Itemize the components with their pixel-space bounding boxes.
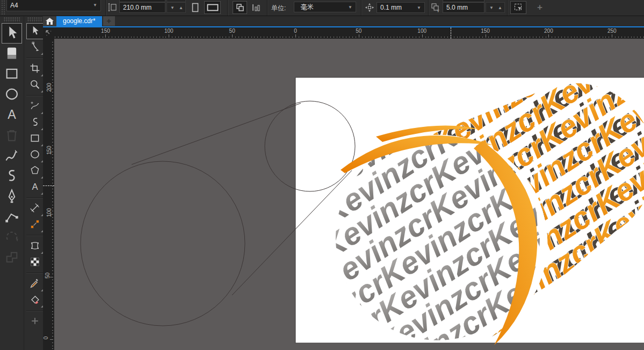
- polyline-tool-icon: [4, 209, 19, 226]
- page-height-spinner[interactable]: ▼▲: [167, 2, 186, 13]
- tool-combine-shapes-tool[interactable]: [2, 248, 22, 268]
- property-bar: A4 ▼ 297.0 mm ▼▲ 210.0 mm ▼▲: [0, 0, 644, 16]
- current-page-button[interactable]: [249, 1, 263, 14]
- tool-smart-drawing-tool[interactable]: [26, 115, 44, 131]
- new-document-tab-button[interactable]: +: [103, 16, 115, 26]
- nudge-field[interactable]: 0.1 mm ▼: [377, 2, 425, 13]
- toolbox-separator: [26, 197, 43, 198]
- horizontal-ruler[interactable]: 15010050050100150200250: [54, 27, 644, 39]
- toolbox-main: A: [24, 16, 46, 350]
- tool-dimension-tool[interactable]: [26, 201, 44, 217]
- tool-connector-tool[interactable]: [26, 217, 44, 233]
- flyout-indicator: [41, 144, 43, 146]
- tool-text-tool[interactable]: A: [26, 179, 44, 195]
- h-ruler-label: 150: [481, 28, 490, 34]
- tool-trash-tool[interactable]: [2, 125, 22, 146]
- units-combo[interactable]: 毫米 ▼: [294, 2, 356, 12]
- flyout-indicator: [41, 214, 43, 216]
- customize-toolbar-plus-button[interactable]: +: [533, 1, 547, 14]
- pen-tool-icon: [4, 189, 19, 205]
- duplicate-y-value: 5.0 mm: [446, 4, 468, 11]
- ellipse-tool-icon: [30, 149, 40, 161]
- coreldraw-window: A4 ▼ 297.0 mm ▼▲ 210.0 mm ▼▲: [0, 0, 644, 350]
- treat-as-filled-button[interactable]: [510, 1, 526, 14]
- tool-pen-tool[interactable]: [2, 187, 22, 207]
- flyout-indicator: [41, 289, 43, 291]
- toolbar-grip[interactable]: [1, 0, 5, 16]
- pick-tool-icon: [4, 25, 19, 42]
- rectangle-tool-icon: [30, 133, 40, 145]
- tool-rectangle-tool[interactable]: [26, 131, 44, 147]
- all-pages-button[interactable]: [233, 1, 247, 14]
- flyout-indicator: [41, 252, 43, 254]
- v-ruler-label: 200: [46, 83, 52, 92]
- page-height-field[interactable]: 210.0 mm: [119, 2, 165, 13]
- tool-smart-fill-tool[interactable]: [26, 292, 44, 308]
- text-tool-icon: A: [30, 181, 40, 194]
- tool-eraser-tool[interactable]: [2, 44, 22, 64]
- large-circle-outline: [81, 161, 245, 326]
- h-ruler-label: 250: [607, 28, 617, 34]
- tool-ellipse-tool[interactable]: [2, 84, 22, 105]
- toolbox-separator: [26, 95, 43, 96]
- document-tab-bar: google.cdr* +: [43, 16, 644, 26]
- page-size-combo[interactable]: A4 ▼: [6, 0, 101, 11]
- tool-envelope-tool[interactable]: [26, 238, 44, 254]
- duplicate-y-field[interactable]: 5.0 mm: [443, 2, 484, 13]
- flyout-indicator: [41, 230, 43, 232]
- tool-text-tool[interactable]: A: [2, 105, 22, 125]
- page-height-value: 210.0 mm: [123, 4, 151, 11]
- h-ruler-label: 50: [356, 28, 361, 34]
- tool-freehand-tool[interactable]: [26, 98, 44, 115]
- artistic-media-tool-icon: [4, 148, 19, 165]
- v-ruler-label: 150: [46, 146, 52, 155]
- nudge-icon: [365, 3, 374, 12]
- svg-text:A: A: [8, 108, 16, 122]
- tool-arc-edit-tool[interactable]: [2, 227, 22, 248]
- duplicate-y-spinner[interactable]: ▼▲: [486, 2, 505, 13]
- trash-tool-icon: [4, 127, 19, 144]
- h-ruler-label: 100: [164, 28, 173, 34]
- ruler-origin-corner[interactable]: [43, 27, 54, 39]
- plus-icon: +: [106, 16, 111, 25]
- toolbox-separator: [26, 273, 43, 274]
- duplicate-x-value: 5.0 mm: [446, 0, 468, 1]
- flyout-indicator: [41, 305, 43, 308]
- arc-edit-tool-icon: [4, 230, 19, 246]
- tool-pick-tool[interactable]: [26, 23, 44, 39]
- drawing-canvas[interactable]: KevinzcrKevinzcrKevinzcrKevinzcrKevinzcr…: [54, 39, 644, 350]
- document-tab[interactable]: google.cdr*: [56, 16, 102, 26]
- flyout-indicator: [41, 176, 43, 178]
- tool-zoom-tool[interactable]: [26, 77, 44, 93]
- chevron-down-icon: ▼: [93, 3, 97, 8]
- tool-add-tool-plus[interactable]: [26, 313, 44, 330]
- vertical-ruler[interactable]: 200150100500: [43, 39, 54, 350]
- v-ruler-label: 50: [45, 272, 50, 278]
- home-tab-button[interactable]: [43, 16, 56, 26]
- flyout-indicator: [41, 160, 43, 162]
- portrait-button[interactable]: [189, 1, 201, 14]
- tool-rectangle-tool[interactable]: [2, 64, 22, 84]
- tool-crop-tool[interactable]: [26, 61, 44, 77]
- page-size-value: A4: [10, 2, 18, 9]
- smart-fill-tool-icon: [30, 294, 40, 306]
- tool-ellipse-tool[interactable]: [26, 147, 44, 163]
- landscape-button[interactable]: [204, 1, 221, 14]
- h-ruler-label: 0: [294, 28, 297, 34]
- chevron-down-icon: ▼: [348, 5, 352, 10]
- tangent-line-top: [132, 103, 301, 165]
- tool-eyedropper-tool[interactable]: [26, 276, 44, 292]
- tool-transparency-tool[interactable]: [26, 254, 44, 270]
- h-ruler-label: 100: [417, 28, 426, 34]
- h-ruler-label: 150: [101, 28, 110, 34]
- spiral-tool-icon: [4, 168, 19, 185]
- tool-pick-tool[interactable]: [2, 23, 22, 44]
- chevron-down-icon: ▼: [417, 5, 421, 10]
- tool-spiral-tool[interactable]: [2, 166, 22, 187]
- tool-artistic-media-tool[interactable]: [2, 146, 22, 166]
- tool-shape-tool[interactable]: [26, 39, 44, 55]
- tool-polygon-tool[interactable]: [26, 163, 44, 179]
- tool-polyline-tool[interactable]: [2, 207, 22, 227]
- dock-grip[interactable]: [4, 17, 20, 22]
- dock-grip[interactable]: [27, 17, 42, 22]
